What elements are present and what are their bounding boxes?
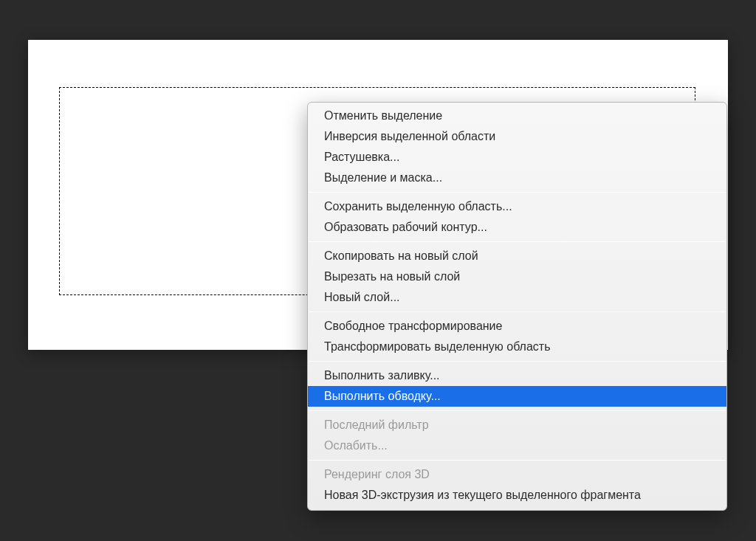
menu-item: Ослабить... (308, 435, 726, 456)
menu-item[interactable]: Сохранить выделенную область... (308, 196, 726, 217)
menu-item[interactable]: Новая 3D-экструзия из текущего выделенно… (308, 485, 726, 506)
menu-item[interactable]: Отменить выделение (308, 106, 726, 126)
menu-separator (309, 361, 726, 362)
menu-item[interactable]: Скопировать на новый слой (308, 246, 726, 266)
menu-item[interactable]: Вырезать на новый слой (308, 266, 726, 287)
menu-item[interactable]: Выделение и маска... (308, 168, 726, 188)
context-menu[interactable]: Отменить выделениеИнверсия выделенной об… (307, 102, 727, 511)
menu-item[interactable]: Образовать рабочий контур... (308, 217, 726, 238)
menu-item: Рендеринг слоя 3D (308, 464, 726, 485)
menu-separator (309, 460, 726, 461)
menu-item[interactable]: Новый слой... (308, 287, 726, 308)
menu-item[interactable]: Инверсия выделенной области (308, 126, 726, 147)
menu-item[interactable]: Выполнить заливку... (308, 365, 726, 386)
menu-item[interactable]: Свободное трансформирование (308, 316, 726, 337)
menu-separator (309, 192, 726, 193)
menu-item: Последний фильтр (308, 415, 726, 435)
menu-separator (309, 311, 726, 312)
menu-separator (309, 241, 726, 242)
menu-item[interactable]: Растушевка... (308, 147, 726, 168)
menu-item[interactable]: Трансформировать выделенную область (308, 337, 726, 357)
menu-item[interactable]: Выполнить обводку... (308, 386, 726, 407)
menu-separator (309, 410, 726, 411)
